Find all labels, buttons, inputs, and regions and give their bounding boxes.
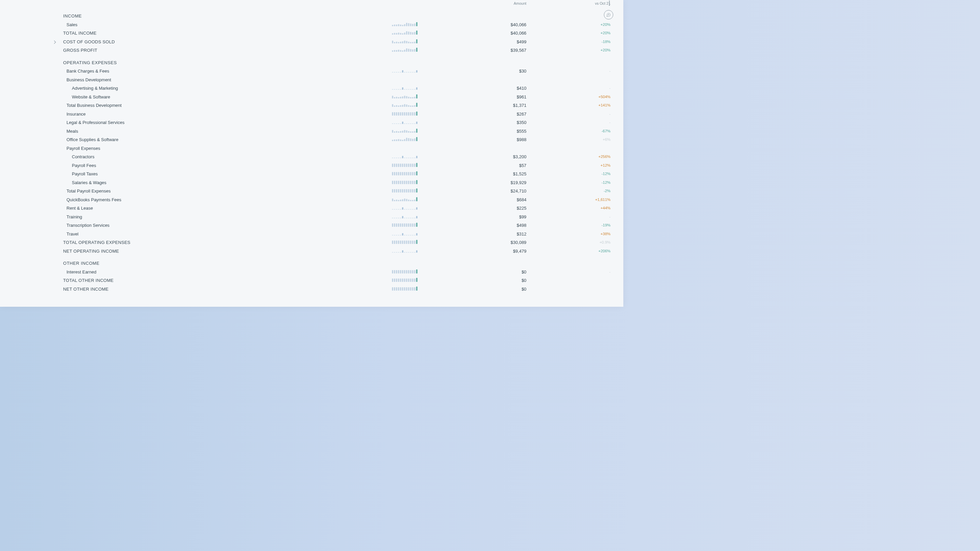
sparkline [392,39,417,43]
row-vs: +20% [529,46,613,55]
report-row[interactable]: TOTAL OPERATING EXPENSES$30,089+0.9% [60,238,613,247]
row-vs [529,276,613,285]
report-row[interactable]: Contractors$3,200+256% [60,153,613,161]
report-row[interactable]: Rent & Lease$225+44% [60,204,613,213]
row-amount: $3,200 [421,153,529,161]
report-row[interactable]: NET OTHER INCOME$0 [60,285,613,294]
row-amount: $498 [421,221,529,230]
sparkline [392,103,417,107]
row-label: TOTAL OPERATING EXPENSES [60,238,313,247]
report-row[interactable]: QuickBooks Payments Fees$684+1,611% [60,196,613,204]
row-amount: $961 [421,93,529,102]
row-label: INCOME [60,8,313,21]
row-label: Rent & Lease [60,204,313,213]
row-label: Total Business Development [60,101,313,110]
row-amount: $99 [421,213,529,221]
row-label: OPERATING EXPENSES [60,55,313,67]
report-row[interactable]: Insurance$267- [60,110,613,119]
report-row[interactable]: Office Supplies & Software$988+6% [60,135,613,144]
row-amount: $0 [421,285,529,294]
report-row[interactable]: Total Business Development$1,371+141% [60,101,613,110]
report-row[interactable]: Legal & Professional Services$350- [60,118,613,127]
row-label: Salaries & Wages [60,178,313,187]
add-comment-button[interactable] [604,10,613,19]
row-label: GROSS PROFIT [60,46,313,55]
sparkline [392,48,417,52]
row-amount: $312 [421,230,529,239]
row-vs: - [529,110,613,119]
expand-caret-icon[interactable] [53,41,56,44]
row-vs: -18% [529,38,613,46]
sparkline [392,269,417,274]
row-vs: +504% [529,93,613,102]
row-amount: $499 [421,38,529,46]
row-label: Interest Earned [60,268,313,277]
row-label: TOTAL INCOME [60,29,313,38]
report-row[interactable]: Training$99- [60,213,613,221]
row-amount: $1,525 [421,170,529,178]
row-vs: -12% [529,178,613,187]
row-label: Website & Software [60,93,313,102]
row-vs: +20% [529,21,613,29]
report-row[interactable]: TOTAL INCOME$40,066+20% [60,29,613,38]
row-amount: $1,371 [421,101,529,110]
row-amount [421,76,529,84]
row-amount [421,55,529,67]
row-vs [529,255,613,268]
row-label: Contractors [60,153,313,161]
row-vs: +44% [529,204,613,213]
report-row[interactable]: Payroll Expenses [60,144,613,153]
report-row[interactable]: TOTAL OTHER INCOME$0 [60,276,613,285]
row-vs: - [529,213,613,221]
report-row[interactable]: COST OF GOODS SOLD$499-18% [60,38,613,46]
row-label: NET OPERATING INCOME [60,247,313,256]
report-row[interactable]: Meals$555-67% [60,127,613,136]
row-vs: +0.9% [529,238,613,247]
report-row[interactable]: Travel$312+38% [60,230,613,239]
sparkline [392,111,417,116]
sparkline [392,287,417,291]
row-vs: - [529,67,613,76]
row-label: Meals [60,127,313,136]
report-row[interactable]: Payroll Taxes$1,525-12% [60,170,613,178]
report-panel: Amount vs Oct 21 INCOMESales$40,066+20%T… [0,0,623,307]
row-label: OTHER INCOME [60,255,313,268]
row-amount: $30 [421,67,529,76]
report-row[interactable]: Interest Earned$0- [60,268,613,277]
row-vs: +1,611% [529,196,613,204]
row-amount: $350 [421,118,529,127]
report-row[interactable]: Bank Charges & Fees$30- [60,67,613,76]
report-row[interactable]: Salaries & Wages$19,929-12% [60,178,613,187]
sparkline [392,240,417,244]
row-vs: +206% [529,247,613,256]
row-amount: $24,710 [421,187,529,196]
sparkline [392,197,417,201]
row-vs [529,76,613,84]
report-row[interactable]: Website & Software$961+504% [60,93,613,102]
row-vs: +38% [529,230,613,239]
row-label: Advertising & Marketing [60,84,313,93]
col-vs-header: vs Oct 21 [529,0,613,8]
row-vs [529,285,613,294]
row-vs: - [529,118,613,127]
report-row[interactable]: GROSS PROFIT$39,567+20% [60,46,613,55]
row-vs [529,55,613,67]
row-vs: - [529,268,613,277]
report-row[interactable]: Payroll Fees$57+12% [60,161,613,170]
row-label: Office Supplies & Software [60,135,313,144]
sparkline [392,22,417,26]
sparkline [392,154,417,158]
report-row[interactable]: Sales$40,066+20% [60,21,613,29]
report-row[interactable]: Business Development [60,76,613,84]
report-row[interactable]: Advertising & Marketing$410- [60,84,613,93]
row-amount: $40,066 [421,29,529,38]
row-amount: $267 [421,110,529,119]
more-menu-button[interactable] [608,0,611,6]
report-row[interactable]: NET OPERATING INCOME$9,479+206% [60,247,613,256]
report-row[interactable]: Total Payroll Expenses$24,710-2% [60,187,613,196]
sparkline [392,163,417,167]
row-amount: $410 [421,84,529,93]
report-row[interactable]: Transcription Services$498-19% [60,221,613,230]
sparkline [392,231,417,236]
financial-report-table: Amount vs Oct 21 INCOMESales$40,066+20%T… [60,0,613,293]
